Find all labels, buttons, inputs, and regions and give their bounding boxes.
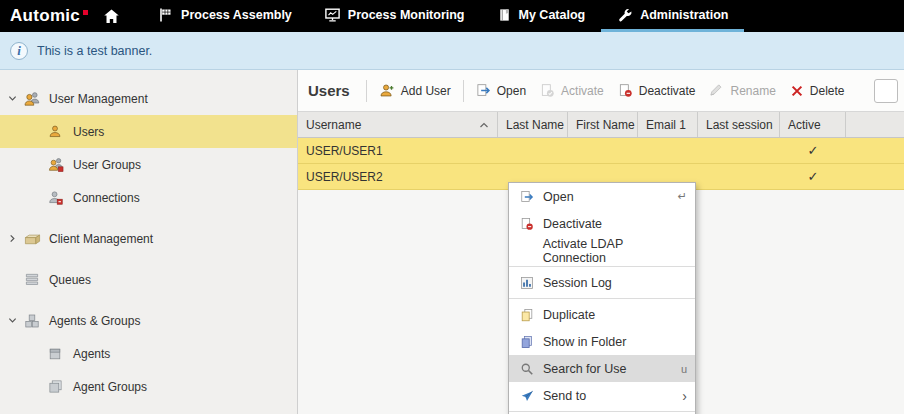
active-check-icon: ✓	[808, 169, 819, 184]
sidebar-item-users[interactable]: Users	[0, 115, 297, 148]
sidebar-item-agents-groups[interactable]: Agents & Groups	[0, 304, 297, 337]
logo-accent-icon	[83, 10, 88, 15]
toolbar-divider	[463, 80, 464, 102]
menu-item-session-log[interactable]: Session Log	[509, 269, 695, 296]
column-header-last-session[interactable]: Last session	[698, 112, 780, 137]
menu-shortcut: ↵	[678, 190, 687, 203]
menu-item-send-to[interactable]: Send to ›	[509, 382, 695, 409]
main-panel: Users Add User Open	[298, 70, 904, 414]
tab-process-assembly[interactable]: Process Assembly	[142, 0, 308, 32]
sidebar-item-agents[interactable]: Agents	[0, 337, 297, 370]
button-label: Deactivate	[639, 84, 696, 98]
menu-item-label: Search for Use	[543, 362, 626, 376]
agents-groups-icon	[24, 313, 42, 329]
menu-item-label: Open	[543, 190, 574, 204]
main-nav-tabs: Process Assembly Process Monitoring My C…	[142, 0, 744, 32]
show-in-folder-icon	[518, 335, 535, 349]
main-toolbar: Users Add User Open	[298, 70, 904, 112]
sidebar-item-queues[interactable]: Queues	[0, 263, 297, 296]
add-user-button[interactable]: Add User	[377, 79, 453, 102]
activate-button[interactable]: Activate	[538, 79, 606, 102]
menu-separator	[509, 411, 695, 412]
cell-email	[638, 138, 698, 163]
topbar: Automic Process Assembly Process Monitor…	[0, 0, 904, 32]
tab-label: My Catalog	[519, 8, 586, 22]
cell-last-name	[498, 138, 568, 163]
menu-item-activate-ldap-connection[interactable]: Activate LDAP Connection	[509, 237, 695, 264]
delete-icon	[790, 84, 804, 98]
button-label: Open	[497, 84, 526, 98]
sidebar-item-label: User Management	[49, 92, 148, 106]
chevron-down-icon[interactable]	[8, 94, 24, 103]
sidebar-item-label: User Groups	[73, 158, 141, 172]
rename-button[interactable]: Rename	[707, 79, 777, 102]
tab-label: Process Monitoring	[348, 8, 465, 22]
menu-item-show-in-folder[interactable]: Show in Folder	[509, 328, 695, 355]
info-icon: i	[10, 42, 28, 60]
column-header-email[interactable]: Email 1	[638, 112, 698, 137]
home-button[interactable]	[94, 8, 128, 25]
session-log-icon	[518, 276, 535, 290]
column-label: Last session	[706, 118, 773, 132]
button-label: Rename	[730, 84, 775, 98]
menu-separator	[509, 298, 695, 299]
active-check-icon: ✓	[808, 143, 819, 158]
table-row-user1[interactable]: USER/USER1 ✓	[298, 138, 904, 164]
menu-item-deactivate[interactable]: Deactivate	[509, 210, 695, 237]
agent-group-icon	[48, 379, 66, 394]
menu-shortcut: u	[681, 363, 687, 375]
column-header-username[interactable]: Username	[298, 112, 498, 137]
menu-separator	[509, 266, 695, 267]
menu-item-search-for-use[interactable]: Search for Use u	[509, 355, 695, 382]
table-header: Username Last Name First Name Email 1 La…	[298, 112, 904, 138]
menu-item-open[interactable]: Open ↵	[509, 183, 695, 210]
agent-icon	[48, 347, 66, 361]
open-icon	[476, 83, 491, 98]
chevron-down-icon[interactable]	[8, 316, 24, 325]
banner-text: This is a test banner.	[37, 44, 152, 58]
sidebar-item-user-management[interactable]: User Management	[0, 82, 297, 115]
context-menu: Open ↵ Deactivate Activate LDAP Connecti…	[508, 182, 696, 414]
open-button[interactable]: Open	[474, 79, 528, 102]
delete-button[interactable]: Delete	[788, 80, 847, 102]
tab-process-monitoring[interactable]: Process Monitoring	[308, 0, 481, 32]
column-header-last-name[interactable]: Last Name	[498, 112, 568, 137]
column-label: Last Name	[506, 118, 564, 132]
sidebar-item-label: Queues	[49, 273, 91, 287]
content-area: User Management Users User Groups Connec…	[0, 70, 904, 414]
sidebar-item-connections[interactable]: Connections	[0, 181, 297, 214]
tab-administration[interactable]: Administration	[601, 0, 744, 32]
deactivate-button[interactable]: Deactivate	[616, 79, 698, 102]
column-header-filler	[846, 112, 904, 137]
activate-icon	[540, 83, 555, 98]
cell-username: USER/USER2	[298, 164, 498, 189]
button-label: Add User	[401, 84, 451, 98]
sidebar-item-client-management[interactable]: Client Management	[0, 222, 297, 255]
automic-window: Automic Process Assembly Process Monitor…	[0, 0, 904, 414]
column-header-first-name[interactable]: First Name	[568, 112, 638, 137]
user-icon	[48, 124, 66, 139]
client-management-icon	[24, 232, 42, 246]
cell-username: USER/USER1	[298, 138, 498, 163]
open-icon	[518, 190, 535, 204]
rename-icon	[709, 83, 724, 98]
toolbar-filter-input[interactable]	[874, 79, 898, 103]
add-user-icon	[379, 83, 395, 98]
column-header-active[interactable]: Active	[780, 112, 846, 137]
sidebar-item-agent-groups[interactable]: Agent Groups	[0, 370, 297, 403]
cell-last-session	[698, 138, 780, 163]
deactivate-icon	[518, 217, 535, 231]
sidebar-item-label: Client Management	[49, 232, 153, 246]
sidebar-item-user-groups[interactable]: User Groups	[0, 148, 297, 181]
cell-last-session	[698, 164, 780, 189]
tab-my-catalog[interactable]: My Catalog	[481, 0, 602, 32]
user-groups-icon	[48, 157, 66, 172]
sidebar-item-label: Connections	[73, 191, 140, 205]
chevron-right-icon[interactable]	[8, 234, 24, 243]
search-icon	[518, 362, 535, 376]
menu-item-duplicate[interactable]: Duplicate	[509, 301, 695, 328]
tab-label: Administration	[640, 8, 728, 22]
app-logo[interactable]: Automic	[0, 6, 94, 26]
column-label: Active	[788, 118, 821, 132]
menu-item-label: Send to	[543, 389, 586, 403]
